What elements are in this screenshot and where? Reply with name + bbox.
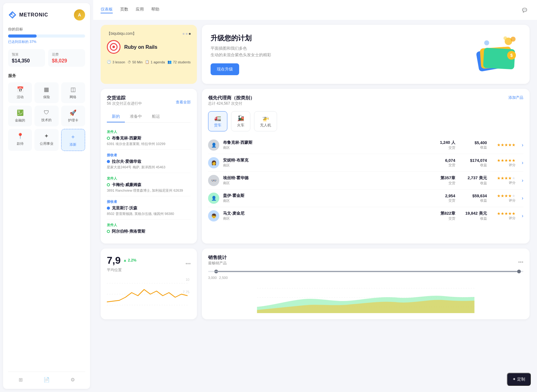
tracking-item-5: 发件人 阿尔伯特·弗洛雷斯	[107, 220, 191, 237]
agent-avatar-3: 👓	[208, 175, 219, 186]
agent-region-2: 南区	[223, 163, 427, 168]
nav-pages[interactable]: 页数	[120, 7, 128, 13]
progress-bar-bg	[8, 34, 85, 38]
role-receiver-2: 接收者	[107, 199, 191, 204]
agents-subtitle: 总计 424,567 次交付	[208, 101, 255, 106]
customize-button[interactable]: ✦ 定制	[507, 373, 531, 386]
agent-avatar-5: 👦	[208, 210, 219, 221]
avg-chart-svg	[107, 280, 188, 308]
agent-info-4: 盖伊·霍金斯 南区	[223, 193, 427, 203]
activity-icon: 📅	[17, 86, 24, 93]
agent-info-2: 安妮特·布莱克 南区	[223, 157, 427, 168]
avg-menu-dots[interactable]: •••	[185, 261, 191, 267]
service-label: 款待	[17, 141, 24, 146]
nav-dashboard[interactable]: 仪表板	[101, 7, 113, 13]
logo-text: METRONIC	[19, 12, 48, 18]
train-label: 火车	[237, 123, 244, 128]
upgrade-button[interactable]: 现在升级	[211, 63, 239, 75]
agent-arrow-5[interactable]: ›	[522, 213, 523, 219]
agent-rating-2: ★★★★★ 评分	[491, 158, 516, 167]
slider-thumb-right[interactable]	[517, 270, 521, 273]
settings-icon[interactable]: ⚙	[71, 377, 75, 383]
sales-menu-dots[interactable]: •••	[518, 259, 523, 265]
tech-icon: 🛡	[44, 109, 49, 116]
location-dot-1	[107, 137, 110, 140]
avatar[interactable]: A	[74, 9, 85, 21]
agent-region-5: 南区	[223, 216, 427, 221]
sales-title: 销售统计	[208, 255, 227, 261]
agent-arrow-4[interactable]: ›	[522, 195, 523, 201]
upgrade-text: 升级您的计划 平面插图和我们多色 生动的未混合紫色头发女士的精彩 现在升级	[211, 34, 271, 75]
upgrade-svg: $	[471, 34, 521, 74]
view-all-button[interactable]: 查看全部	[176, 100, 191, 105]
service-label: 护理卡	[68, 118, 78, 123]
tab-shipping[interactable]: 船运	[147, 111, 165, 122]
main-content: 仪表板 页数 应用 帮助 💬 【biqubiqu.com】	[93, 0, 537, 392]
service-nursing[interactable]: 🚀 护理卡	[61, 106, 85, 126]
location-dot-3	[107, 183, 110, 186]
avg-header: 7,9 ▲ 2.2% 平均位置 •••	[107, 255, 191, 273]
tracking-header: 交货追踪 56 次交付正在进行中 查看全部	[107, 95, 191, 110]
svg-point-1	[112, 46, 115, 48]
course-info: Ruby on Rails	[124, 44, 157, 52]
service-activity[interactable]: 📅 活动	[8, 82, 32, 103]
upgrade-desc: 平面插图和我们多色 生动的未混合紫色头发女士的精彩	[211, 45, 271, 58]
agent-arrow-2[interactable]: ›	[522, 160, 523, 166]
layers-icon[interactable]: ⊞	[19, 377, 23, 383]
expense-card: 花费 $8,029	[48, 49, 85, 67]
agent-avatar-4: 👤	[208, 193, 219, 204]
service-label: 金融的	[15, 118, 25, 123]
file-icon[interactable]: 📄	[43, 377, 50, 383]
course-url-text: 【biqubiqu.com】	[107, 31, 136, 36]
add-product-button[interactable]: 添加产品	[508, 95, 523, 100]
agent-row-4: 👤 盖伊·霍金斯 南区 2,954 交货 $59,634 收益 ★★★★★	[208, 189, 523, 207]
nav-help[interactable]: 帮助	[151, 7, 159, 13]
add-icon: ＋	[70, 133, 76, 140]
service-label: 添新	[70, 142, 76, 147]
range-slider[interactable]	[208, 271, 523, 272]
sender-name-1: 布鲁克林·西蒙斯	[107, 135, 191, 141]
insurance-icon: ▦	[44, 86, 49, 93]
agent-money-3: 2,737 美元 收益	[459, 175, 487, 185]
topnav-right: 💬	[520, 5, 530, 15]
agent-stat-1: 1,240 人 交货	[430, 140, 455, 150]
nav-apps[interactable]: 应用	[136, 7, 144, 13]
row-3: 7,9 ▲ 2.2% 平均位置 ••• 10 7.75	[101, 248, 530, 319]
service-tech[interactable]: 🛡 技术的	[34, 106, 58, 126]
finance-icon: 💹	[17, 109, 24, 116]
agent-tab-train[interactable]: 🚂 火车	[231, 111, 250, 131]
service-finance[interactable]: 💹 金融的	[8, 106, 32, 126]
agent-transactions-1: 1,240 人	[430, 140, 455, 145]
service-network[interactable]: ◫ 网络	[61, 82, 85, 103]
chat-icon[interactable]: 💬	[520, 5, 530, 15]
hospitality-icon: 📍	[17, 133, 24, 139]
tab-preparing[interactable]: 准备中	[125, 111, 147, 122]
lessons-meta: 🕐 3 lesson	[107, 60, 125, 64]
agent-arrow-1[interactable]: ›	[522, 142, 523, 148]
agent-tab-drone[interactable]: 🚁 无人机	[254, 111, 277, 131]
sales-title-area: 销售统计 最畅销产品	[208, 255, 227, 270]
service-insurance[interactable]: ▦ 保险	[34, 82, 58, 103]
service-public[interactable]: ✦ 公用事业	[34, 129, 58, 151]
svg-text:$: $	[510, 53, 513, 58]
tab-new[interactable]: 新的	[107, 111, 125, 122]
agent-tab-truck[interactable]: 🚛 货车	[208, 111, 227, 131]
service-label: 公用事业	[40, 141, 53, 146]
budget-row: 预算 $14,350 花费 $8,029	[8, 49, 85, 67]
tracking-tabs: 新的 准备中 船运	[107, 111, 191, 123]
expense-value: $8,029	[52, 58, 81, 64]
students-meta: 👥 72 students	[167, 60, 191, 64]
service-label: 活动	[17, 95, 24, 99]
agent-rating-3: ★★★★★ 评分	[491, 176, 516, 185]
svg-point-10	[484, 40, 489, 45]
rails-icon	[109, 43, 118, 51]
sender-name-3: 阿尔伯特·弗洛雷斯	[107, 229, 191, 234]
agent-arrow-3[interactable]: ›	[522, 178, 523, 183]
timer-icon: ⏱	[128, 60, 131, 64]
service-hospitality[interactable]: 📍 款待	[8, 129, 32, 151]
tracking-title: 交货追踪	[107, 95, 142, 101]
role-sender-1: 发件人	[107, 130, 191, 134]
public-icon: ✦	[44, 133, 49, 139]
service-add[interactable]: ＋ 添新	[61, 129, 85, 151]
sales-subtitle: 最畅销产品	[208, 261, 227, 266]
